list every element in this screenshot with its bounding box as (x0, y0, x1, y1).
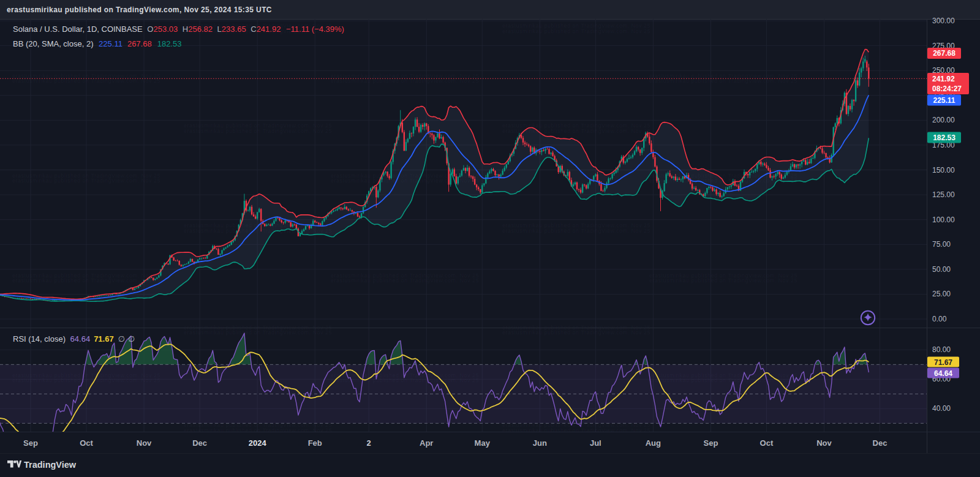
svg-text:Solana / U.S. Dollar, 1D, COIN: Solana / U.S. Dollar, 1D, COINBASE O253.… (13, 24, 344, 34)
svg-text:erastusmirikau published on Tr: erastusmirikau published on TradingView.… (502, 28, 650, 34)
svg-text:erastusmirikau published on Tr: erastusmirikau published on TradingView.… (502, 329, 650, 336)
svg-text:300.00: 300.00 (932, 17, 955, 25)
svg-text:08:24:27: 08:24:27 (932, 85, 962, 93)
svg-text:erastusmirikau published on Tr: erastusmirikau published on TradingView.… (331, 277, 479, 284)
svg-text:Feb: Feb (308, 438, 322, 448)
svg-text:Dec: Dec (192, 438, 207, 448)
svg-text:erastusmirikau published on Tr: erastusmirikau published on TradingView.… (12, 178, 160, 184)
svg-text:182.53: 182.53 (933, 133, 956, 142)
svg-text:267.68: 267.68 (933, 49, 956, 58)
svg-text:2: 2 (367, 438, 371, 448)
svg-text:erastusmirikau published on Tr: erastusmirikau published on TradingView.… (502, 228, 650, 234)
svg-text:Apr: Apr (420, 438, 433, 448)
svg-text:64.64: 64.64 (934, 369, 952, 378)
svg-text:0.00: 0.00 (932, 315, 947, 323)
svg-text:50.00: 50.00 (932, 265, 951, 274)
svg-text:erastusmirikau published on Tr: erastusmirikau published on TradingView.… (7, 6, 272, 14)
svg-text:Aug: Aug (646, 438, 661, 448)
svg-text:Sep: Sep (704, 438, 718, 448)
svg-text:Dec: Dec (873, 438, 888, 448)
svg-text:erastusmirikau published on Tr: erastusmirikau published on TradingView.… (184, 329, 332, 336)
svg-text:erastusmirikau published on Tr: erastusmirikau published on TradingView.… (184, 128, 332, 134)
svg-text:40.00: 40.00 (932, 404, 951, 413)
svg-text:erastusmirikau published on Tr: erastusmirikau published on TradingView.… (649, 277, 797, 284)
svg-text:Nov: Nov (816, 438, 832, 448)
svg-text:Jun: Jun (533, 438, 547, 448)
svg-text:100.00: 100.00 (932, 216, 955, 224)
svg-text:2024: 2024 (249, 438, 267, 448)
svg-text:Oct: Oct (80, 438, 93, 448)
svg-text:Sep: Sep (23, 438, 38, 448)
svg-text:erastusmirikau published on Tr: erastusmirikau published on TradingView.… (12, 277, 160, 284)
svg-text:TradingView: TradingView (24, 460, 77, 470)
svg-text:241.92: 241.92 (932, 75, 955, 83)
svg-text:75.00: 75.00 (932, 240, 951, 249)
svg-text:May: May (475, 438, 491, 448)
svg-text:Nov: Nov (137, 438, 152, 448)
svg-text:225.11: 225.11 (933, 96, 955, 105)
svg-text:125.00: 125.00 (932, 190, 955, 199)
svg-text:71.67: 71.67 (934, 358, 952, 367)
svg-text:150.00: 150.00 (932, 166, 955, 175)
svg-text:Oct: Oct (760, 438, 774, 448)
svg-text:200.00: 200.00 (932, 116, 955, 124)
svg-text:80.00: 80.00 (932, 345, 951, 354)
svg-text:Jul: Jul (590, 438, 601, 448)
svg-text:25.00: 25.00 (932, 290, 951, 298)
